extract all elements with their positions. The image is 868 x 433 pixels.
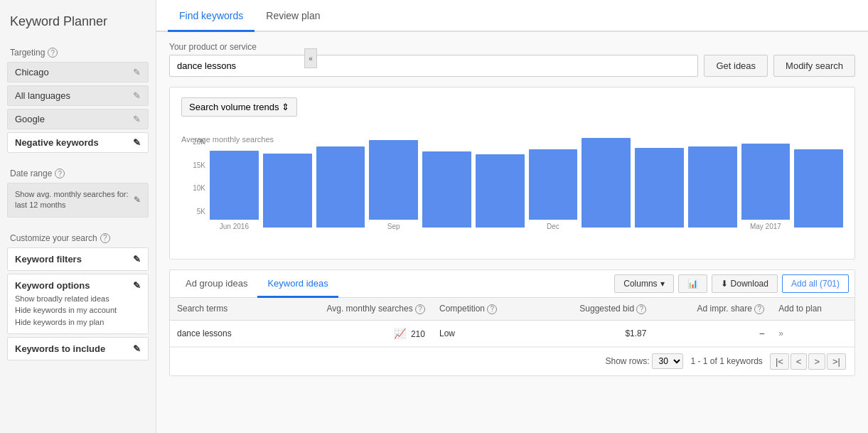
chart-icon: 📊 xyxy=(687,279,698,289)
bar xyxy=(263,154,312,228)
bar-col xyxy=(582,138,631,230)
negative-keywords-edit-icon[interactable]: ✎ xyxy=(133,137,141,148)
competition-help-icon[interactable]: ? xyxy=(487,304,497,314)
sidebar-collapse-button[interactable]: « xyxy=(304,48,317,68)
cell-add-to-plan[interactable]: » xyxy=(771,320,854,346)
bar-col: Dec xyxy=(529,138,578,230)
targeting-label: Targeting xyxy=(10,48,45,58)
bar xyxy=(316,146,365,228)
date-range-item[interactable]: Show avg. monthly searches for: last 12 … xyxy=(7,183,149,218)
targeting-location[interactable]: Chicago ✎ xyxy=(7,62,149,82)
date-range-help-icon[interactable]: ? xyxy=(55,169,65,178)
content-area: Your product or service Get ideas Modify… xyxy=(156,32,868,433)
targeting-location-edit-icon[interactable]: ✎ xyxy=(133,67,141,77)
bar-x-label: Jun 2016 xyxy=(220,223,249,230)
columns-button[interactable]: Columns ▾ xyxy=(614,274,673,293)
keywords-to-include-item[interactable]: Keywords to include ✎ xyxy=(7,337,149,360)
first-page-button[interactable]: |< xyxy=(770,353,789,370)
avg-monthly-help-icon[interactable]: ? xyxy=(415,304,425,314)
keyword-filters-edit-icon[interactable]: ✎ xyxy=(133,254,141,264)
keyword-options-item[interactable]: Keyword options ✎ Show broadly related i… xyxy=(7,274,149,335)
search-row: Get ideas Modify search xyxy=(169,55,855,77)
last-page-button[interactable]: >| xyxy=(827,353,846,370)
add-all-button[interactable]: Add all (701) xyxy=(782,274,849,293)
main-content: Find keywords Review plan Your product o… xyxy=(156,0,868,433)
tab-review-plan[interactable]: Review plan xyxy=(254,0,331,32)
bar xyxy=(210,151,259,220)
targeting-network[interactable]: Google ✎ xyxy=(7,109,149,129)
bar xyxy=(582,138,631,228)
customize-help-icon[interactable]: ? xyxy=(100,233,110,243)
table-row: dance lessons 📈 210 Low $1.87 – » xyxy=(170,320,854,346)
col-search-terms: Search terms xyxy=(170,298,269,320)
pagination: Show rows: 30 1 - 1 of 1 keywords |< < >… xyxy=(170,347,854,375)
page-nav: |< < > >| xyxy=(770,353,846,370)
keywords-to-include-label: Keywords to include xyxy=(15,343,105,354)
tab-ad-group-ideas[interactable]: Ad group ideas xyxy=(176,271,257,298)
col-suggested-bid: Suggested bid ? xyxy=(537,298,654,320)
top-tabs: Find keywords Review plan xyxy=(156,0,868,32)
ideas-actions: Columns ▾ 📊 ⬇ Download Add all (701) xyxy=(614,270,849,297)
chart-header: Search volume trends ⇕ xyxy=(181,97,843,117)
tab-find-keywords[interactable]: Find keywords xyxy=(168,0,254,32)
modify-search-button[interactable]: Modify search xyxy=(773,55,855,77)
search-input[interactable] xyxy=(169,55,698,77)
cell-trend: 📈 210 xyxy=(269,320,432,346)
col-add-to-plan: Add to plan xyxy=(771,298,854,320)
negative-keywords-item[interactable]: Negative keywords ✎ xyxy=(7,132,149,153)
download-button[interactable]: ⬇ Download xyxy=(712,274,778,293)
cell-suggested-bid: $1.87 xyxy=(537,320,654,346)
bar-col xyxy=(316,138,365,230)
chart-title-button[interactable]: Search volume trends ⇕ xyxy=(181,97,297,117)
chart-toggle-button[interactable]: 📊 xyxy=(678,274,707,293)
bar-col xyxy=(263,138,312,230)
bar-col xyxy=(688,138,737,230)
columns-chevron-icon: ▾ xyxy=(660,279,665,289)
download-icon: ⬇ xyxy=(721,279,728,289)
keywords-to-include-edit-icon[interactable]: ✎ xyxy=(133,343,141,354)
bar-col xyxy=(476,138,525,230)
cell-search-term: dance lessons xyxy=(170,320,269,346)
targeting-language[interactable]: All languages ✎ xyxy=(7,85,149,106)
prev-page-button[interactable]: < xyxy=(791,353,808,370)
next-page-button[interactable]: > xyxy=(808,353,825,370)
bar-col xyxy=(635,138,684,230)
ideas-tabs: Ad group ideas Keyword ideas Columns ▾ 📊… xyxy=(170,270,854,298)
cell-ad-impr-share: – xyxy=(653,320,771,346)
bar xyxy=(529,149,578,220)
keyword-options-edit-icon[interactable]: ✎ xyxy=(133,280,141,291)
bar xyxy=(635,148,684,228)
y-axis-5k: 5K xyxy=(197,208,205,215)
rows-per-page-select[interactable]: 30 xyxy=(652,353,683,369)
chart-sort-icon: ⇕ xyxy=(282,102,289,112)
targeting-help-icon[interactable]: ? xyxy=(48,48,58,58)
page-info: 1 - 1 of 1 keywords xyxy=(690,356,762,366)
targeting-network-edit-icon[interactable]: ✎ xyxy=(133,114,141,124)
keywords-table: Search terms Avg. monthly searches ? Com… xyxy=(170,298,854,347)
get-ideas-button[interactable]: Get ideas xyxy=(704,55,768,77)
col-avg-monthly: Avg. monthly searches ? xyxy=(269,298,432,320)
date-range-section: Date range ? xyxy=(0,161,156,181)
chart-title-label: Search volume trends xyxy=(189,102,279,112)
y-axis-15k: 15K xyxy=(193,161,205,169)
targeting-language-edit-icon[interactable]: ✎ xyxy=(133,90,141,101)
columns-label: Columns xyxy=(623,279,657,289)
bars-wrapper: Jun 2016SepDecMay 2017 xyxy=(210,138,843,230)
bar-x-label: Sep xyxy=(387,223,400,230)
cell-competition: Low xyxy=(432,320,537,346)
keyword-filters-item[interactable]: Keyword filters ✎ xyxy=(7,247,149,271)
bar-col: Jun 2016 xyxy=(210,138,259,230)
date-range-edit-icon[interactable]: ✎ xyxy=(134,195,141,205)
y-axis: 20K 15K 10K 5K xyxy=(181,138,208,230)
tab-keyword-ideas[interactable]: Keyword ideas xyxy=(257,271,338,298)
bar-col: May 2017 xyxy=(741,138,791,230)
col-ad-impr-share: Ad impr. share ? xyxy=(653,298,771,320)
bar-x-label: May 2017 xyxy=(750,223,781,230)
suggested-bid-help-icon[interactable]: ? xyxy=(636,304,646,314)
show-rows: Show rows: 30 xyxy=(605,353,683,369)
ad-impr-help-icon[interactable]: ? xyxy=(754,304,764,314)
show-rows-label: Show rows: xyxy=(605,356,649,366)
keyword-options-label: Keyword options xyxy=(15,280,90,291)
bar xyxy=(688,146,737,228)
bar-col xyxy=(794,138,843,230)
